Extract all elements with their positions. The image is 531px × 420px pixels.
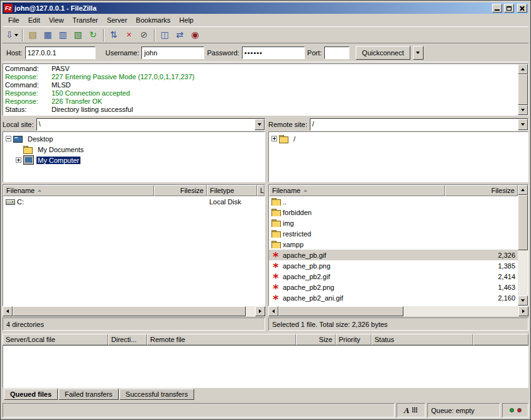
maximize-button[interactable] <box>504 4 514 13</box>
remote-file-row[interactable]: restricted <box>269 228 518 239</box>
menu-view[interactable]: View <box>45 15 68 25</box>
remote-list-body[interactable]: ..forbiddenimgrestrictedxamppapache_pb.g… <box>269 196 518 306</box>
host-input[interactable] <box>25 47 96 59</box>
menu-file[interactable]: File <box>4 15 24 25</box>
scrollbar-track[interactable] <box>518 195 528 296</box>
scrollbar-track[interactable] <box>518 74 528 105</box>
log-line-type: Status: <box>5 106 52 114</box>
menu-server[interactable]: Server <box>102 15 131 25</box>
remote-file-row[interactable]: forbidden <box>269 207 518 218</box>
password-input[interactable] <box>242 47 305 59</box>
menu-help[interactable]: Help <box>175 15 198 25</box>
scrollbar-track[interactable] <box>13 306 255 316</box>
transfer-queue-list[interactable] <box>3 345 528 388</box>
log-vscrollbar[interactable] <box>518 64 528 115</box>
scrollbar-thumb[interactable] <box>13 306 246 316</box>
local-tree-item[interactable]: Desktop <box>3 133 265 144</box>
quickconnect-dropdown-button[interactable] <box>413 46 424 60</box>
scroll-down-button[interactable] <box>518 296 528 306</box>
folder-icon <box>271 208 281 216</box>
scroll-left-button[interactable] <box>268 306 278 316</box>
password-label: Password: <box>207 49 239 57</box>
local-directory-tree[interactable]: DesktopMy DocumentsMy Computer <box>3 131 265 182</box>
collapse-icon[interactable] <box>6 136 11 141</box>
menu-transfer[interactable]: Transfer <box>68 15 102 25</box>
remote-vscrollbar[interactable] <box>518 185 528 306</box>
expand-icon[interactable] <box>16 157 21 163</box>
remote-file-row[interactable]: apache_pb2.gif2,414 <box>269 271 518 282</box>
connect-icon: ⇩ <box>6 30 13 40</box>
quickconnect-button[interactable]: Quickconnect <box>356 46 410 60</box>
remote-file-row[interactable]: apache_pb.png1,385 <box>269 260 518 271</box>
queue-column-serverlocalfile[interactable]: Server/Local file <box>3 334 108 345</box>
cancel-button[interactable]: × <box>122 28 136 42</box>
remote-file-row[interactable]: apache_pb.gif2,326 <box>269 250 518 260</box>
local-site-dropdown-button[interactable] <box>255 119 265 130</box>
local-column-l[interactable]: L <box>257 185 265 196</box>
remote-directory-tree[interactable]: / <box>268 131 528 182</box>
directory-comparison-button[interactable]: ◫ <box>158 28 172 42</box>
remote-column-filesize[interactable]: Filesize <box>445 185 518 196</box>
local-hscrollbar[interactable] <box>3 306 265 316</box>
scroll-down-button[interactable] <box>518 105 528 115</box>
remote-file-row[interactable]: apache_pb2_ani.gif2,160 <box>269 292 518 303</box>
remote-site-combo[interactable]: / <box>310 118 528 131</box>
app-icon[interactable]: Fz <box>4 4 13 13</box>
toggle-message-log-button[interactable]: ▤ <box>26 28 40 42</box>
process-queue-button[interactable]: ⇅ <box>107 28 121 42</box>
tab-failed-transfers[interactable]: Failed transfers <box>58 389 119 400</box>
remote-file-row[interactable]: .. <box>269 196 518 207</box>
remote-tree-item[interactable]: / <box>269 133 528 144</box>
queue-header: Server/Local fileDirecti...Remote fileSi… <box>3 334 528 345</box>
scrollbar-thumb[interactable] <box>518 195 528 250</box>
tab-successful-transfers[interactable]: Successful transfers <box>119 389 194 400</box>
queue-column-remotefile[interactable]: Remote file <box>147 334 296 345</box>
queue-column-priority[interactable]: Priority <box>336 334 371 345</box>
scroll-right-button[interactable] <box>518 306 528 316</box>
remote-file-row[interactable]: apache_pb2.png1,463 <box>269 282 518 292</box>
local-tree-item[interactable]: My Documents <box>3 144 265 155</box>
local-list-body[interactable]: C:Local Disk <box>3 196 265 306</box>
remote-hscrollbar[interactable] <box>268 306 528 316</box>
local-column-filename[interactable]: Filename <box>3 185 154 196</box>
menu-edit[interactable]: Edit <box>24 15 45 25</box>
port-input[interactable] <box>324 47 349 59</box>
filename-search-button[interactable]: ◉ <box>188 28 202 42</box>
remote-file-row[interactable]: xampp <box>269 239 518 250</box>
toolbar-separator <box>103 29 104 41</box>
local-site-combo[interactable]: \ <box>36 118 265 131</box>
close-button[interactable] <box>517 4 527 13</box>
toggle-queue-button[interactable]: ▧ <box>71 28 85 42</box>
disconnect-button[interactable]: ⊘ <box>137 28 151 42</box>
remote-file-row[interactable]: img <box>269 218 518 228</box>
column-label: Server/Local file <box>6 336 55 343</box>
local-file-row[interactable]: C:Local Disk <box>3 196 265 207</box>
tab-queued-files[interactable]: Queued files <box>4 389 58 400</box>
local-tree-item[interactable]: My Computer <box>3 155 265 165</box>
local-column-filetype[interactable]: Filetype <box>207 185 257 196</box>
column-label: Status <box>375 336 394 343</box>
connect-button[interactable]: ⇩ <box>4 28 19 42</box>
refresh-button[interactable]: ↻ <box>86 28 101 42</box>
local-column-filesize[interactable]: Filesize <box>154 185 207 196</box>
scrollbar-track[interactable] <box>278 306 518 316</box>
username-input[interactable] <box>141 47 204 59</box>
remote-site-dropdown-button[interactable] <box>518 119 528 130</box>
remote-column-filename[interactable]: Filename <box>269 185 445 196</box>
toggle-remote-tree-button[interactable]: ▥ <box>56 28 70 42</box>
menu-bookmarks[interactable]: Bookmarks <box>131 15 175 25</box>
scroll-up-button[interactable] <box>518 185 528 195</box>
browser-panes: Local site: \ DesktopMy DocumentsMy Comp… <box>3 118 528 331</box>
minimize-button[interactable] <box>492 4 502 13</box>
scroll-up-button[interactable] <box>518 64 528 74</box>
expand-icon[interactable] <box>271 136 277 141</box>
scrollbar-thumb[interactable] <box>278 306 403 316</box>
scroll-left-button[interactable] <box>3 306 13 316</box>
queue-column-directi[interactable]: Directi... <box>108 334 147 345</box>
toggle-local-tree-button[interactable]: ▦ <box>41 28 55 42</box>
queue-column-status[interactable]: Status <box>371 334 473 345</box>
scroll-right-button[interactable] <box>255 306 265 316</box>
scrollbar-thumb[interactable] <box>518 74 528 105</box>
synchronized-browsing-button[interactable]: ⇄ <box>173 28 187 42</box>
queue-column-size[interactable]: Size <box>296 334 336 345</box>
